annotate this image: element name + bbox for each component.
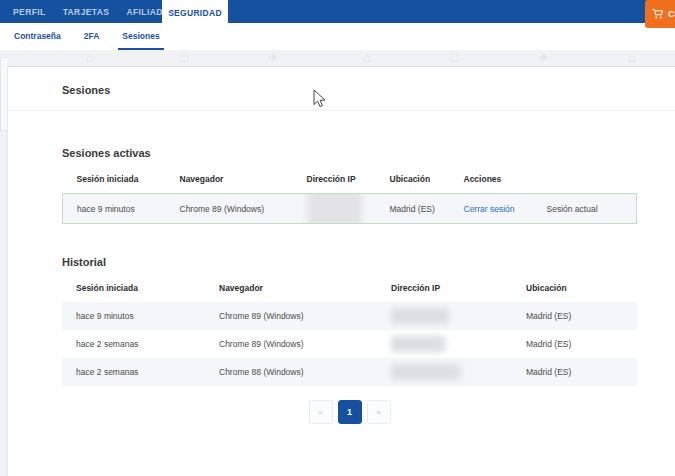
cart-icon	[652, 8, 664, 20]
session-browser: Chrome 89 (Windows)	[205, 330, 377, 358]
sessions-card: Sesiones Sesiones activas Sesión iniciad…	[7, 66, 675, 476]
session-location: Madrid (ES)	[512, 302, 637, 330]
history-row: hace 9 minutos Chrome 89 (Windows) Madri…	[62, 302, 637, 330]
session-location: Madrid (ES)	[376, 194, 450, 224]
col-header-ubicacion: Ubicación	[512, 273, 637, 302]
session-started: hace 9 minutos	[63, 194, 166, 224]
background-box-icon: □	[450, 51, 458, 65]
session-ip	[377, 358, 512, 386]
session-ip	[377, 330, 512, 358]
session-browser: Chrome 89 (Windows)	[205, 302, 377, 330]
pagination-next-button[interactable]: »	[367, 400, 391, 424]
nav-item-seguridad-active[interactable]: SEGURIDAD	[162, 0, 228, 25]
buy-button-label: CO	[668, 9, 675, 19]
top-nav-bar: PERFIL TARJETAS AFILIADOS	[0, 0, 675, 23]
pagination-prev-button[interactable]: «	[309, 400, 333, 424]
background-plane-icon: ✈	[268, 51, 279, 65]
session-started: hace 9 minutos	[62, 302, 205, 330]
session-browser: Chrome 89 (Windows)	[166, 194, 293, 224]
col-header-direccion-ip: Dirección IP	[377, 273, 512, 302]
background-card-edge	[0, 57, 7, 131]
session-browser: Chrome 88 (Windows)	[205, 358, 377, 386]
subnav-item-sesiones[interactable]: Sesiones	[118, 23, 163, 50]
subnav-item-contrasena[interactable]: Contraseña	[10, 23, 65, 50]
history-row: hace 2 semanas Chrome 89 (Windows) Madri…	[62, 330, 637, 358]
history-table: Sesión iniciada Navegador Dirección IP U…	[62, 273, 637, 386]
col-header-sesion-iniciada: Sesión iniciada	[63, 164, 166, 194]
col-header-ubicacion: Ubicación	[376, 164, 450, 194]
session-location: Madrid (ES)	[512, 330, 637, 358]
col-header-direccion-ip: Dirección IP	[293, 164, 376, 194]
col-header-acciones: Acciones	[450, 164, 533, 194]
background-house-icon: ⌂	[363, 51, 371, 65]
session-started: hace 2 semanas	[62, 358, 205, 386]
history-title: Historial	[62, 256, 637, 268]
history-row: hace 2 semanas Chrome 88 (Windows) Madri…	[62, 358, 637, 386]
background-box-icon: □	[180, 51, 188, 65]
col-header-navegador: Navegador	[166, 164, 293, 194]
page-title: Sesiones	[62, 84, 675, 96]
background-plane-icon: ✈	[538, 51, 549, 65]
buy-button[interactable]: CO	[645, 0, 675, 28]
nav-item-perfil[interactable]: PERFIL	[13, 7, 46, 17]
background-house-icon: ⌂	[628, 51, 636, 65]
active-sessions-table: Sesión iniciada Navegador Dirección IP U…	[62, 164, 637, 224]
pagination: « 1 »	[62, 400, 637, 424]
ip-blurred	[307, 194, 362, 224]
ip-blurred	[391, 364, 461, 380]
pagination-page-1[interactable]: 1	[338, 400, 362, 424]
active-session-row: hace 9 minutos Chrome 89 (Windows) Madri…	[63, 194, 637, 224]
background-house-icon: ⌂	[86, 51, 94, 65]
col-header-navegador: Navegador	[205, 273, 377, 302]
session-ip	[377, 302, 512, 330]
session-location: Madrid (ES)	[512, 358, 637, 386]
security-subnav: Contraseña 2FA Sesiones	[0, 23, 675, 50]
subnav-item-2fa[interactable]: 2FA	[80, 23, 104, 50]
col-header-sesion-iniciada: Sesión iniciada	[62, 273, 205, 302]
ip-blurred	[391, 308, 449, 324]
card-header: Sesiones	[8, 67, 675, 111]
session-ip	[293, 194, 376, 224]
session-started: hace 2 semanas	[62, 330, 205, 358]
nav-item-tarjetas[interactable]: TARJETAS	[63, 7, 110, 17]
ip-blurred	[391, 336, 446, 352]
mouse-cursor	[313, 89, 327, 109]
active-sessions-title: Sesiones activas	[62, 147, 637, 159]
current-session-badge: Sesión actual	[547, 204, 598, 214]
col-header-empty	[533, 164, 637, 194]
close-session-link[interactable]: Cerrar sesión	[464, 204, 515, 214]
